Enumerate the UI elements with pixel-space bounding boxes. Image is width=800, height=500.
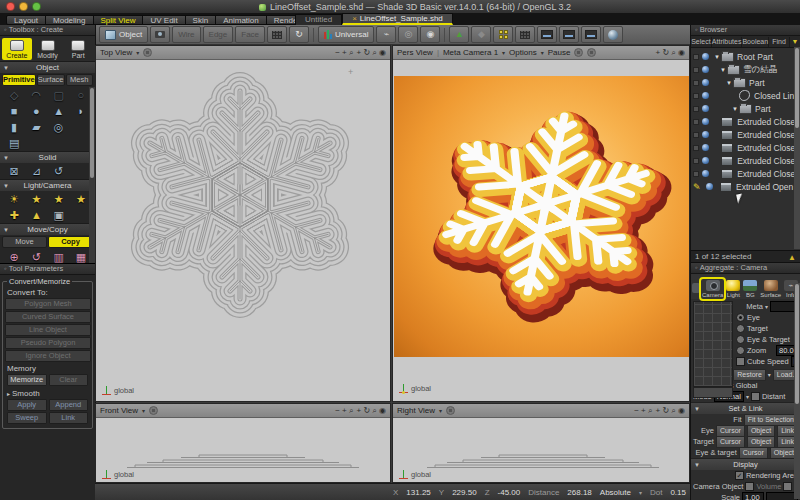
pause-button[interactable]: Pause — [548, 48, 571, 57]
single-view-button[interactable] — [537, 26, 557, 43]
camera-selector[interactable]: Meta Camera 1 — [443, 48, 498, 57]
right-view-label[interactable]: Right View — [397, 406, 435, 415]
aggregate-tab-camera[interactable]: Camera — [701, 279, 724, 299]
smooth-apply-button[interactable]: Apply — [7, 399, 47, 411]
universal-manipulator-button[interactable]: Universal — [318, 26, 374, 43]
tree-row[interactable]: ✎ Extruded Open Line — [691, 180, 800, 193]
visibility-toggle[interactable] — [693, 171, 699, 177]
render-toggle-icon[interactable] — [702, 131, 709, 138]
quad-view-button[interactable] — [581, 26, 601, 43]
eye-target-cursor-button[interactable]: Cursor — [739, 447, 768, 459]
cube-speed-checkbox[interactable] — [736, 357, 745, 366]
tab-uv-edit[interactable]: UV Edit — [143, 15, 185, 25]
cylinder-tool-icon[interactable]: ▮ — [3, 119, 25, 135]
aggregate-pin-icon[interactable] — [692, 283, 700, 293]
viewport-nav-controls[interactable]: + ↻ ⌕ ◉ — [356, 406, 386, 416]
render-toggle-icon[interactable] — [702, 79, 709, 86]
pin-tool-button[interactable]: ◎ — [398, 26, 418, 43]
subtab-surface[interactable]: Surface — [37, 74, 65, 86]
lamp-tool-button[interactable]: ◉ — [420, 26, 440, 43]
visibility-toggle[interactable] — [693, 119, 699, 125]
pers-view-label[interactable]: Pers View — [397, 48, 433, 57]
front-viewport[interactable]: Front View▾ − + ⌕ + ↻ ⌕ ◉ globa — [95, 403, 391, 483]
edge-mode-button[interactable]: Edge — [203, 26, 234, 43]
object-mode-button[interactable]: Object — [99, 26, 148, 43]
viewport-nav-controls[interactable]: + ↻ ⌕ ◉ — [655, 48, 685, 58]
tree-row[interactable]: Extruded Closed — [691, 128, 800, 141]
target-radio[interactable] — [736, 324, 745, 333]
memorize-button[interactable]: Memorize — [7, 374, 47, 386]
zoom-radio[interactable] — [736, 346, 745, 355]
smooth-append-button[interactable]: Append — [49, 399, 89, 411]
convert-line-object-button[interactable]: Line Object — [5, 324, 91, 336]
render-toggle-icon[interactable] — [702, 157, 709, 164]
aggregate-tab-light[interactable]: Light — [725, 279, 741, 299]
viewport-gear-icon[interactable] — [143, 48, 152, 57]
target-cursor-button[interactable]: Cursor — [716, 436, 745, 448]
filter-icon[interactable]: ▼ — [790, 38, 800, 45]
aggregate-header[interactable]: ◦Aggregate : Camera — [691, 263, 800, 274]
tree-row[interactable]: ▼ 雪の結晶 — [691, 63, 800, 76]
display-section-header[interactable]: ▼Display — [691, 458, 800, 470]
aggregate-scrollbar[interactable] — [794, 283, 800, 499]
cone-tool-icon[interactable]: ▲ — [48, 103, 70, 119]
rotate-tool-button[interactable]: ↻ — [289, 26, 309, 43]
rendering-area-checkbox[interactable]: ✓ — [735, 471, 744, 480]
top-viewport-canvas[interactable]: + global — [96, 59, 390, 401]
pers-gear-icon[interactable] — [574, 48, 583, 57]
smooth-sweep-button[interactable]: Sweep — [7, 412, 47, 424]
tree-row[interactable]: ▼ Root Part — [691, 50, 800, 63]
smooth-link-button[interactable]: Link — [49, 412, 89, 424]
tool-parameters-header[interactable]: ◦Tool Parameters — [0, 264, 95, 275]
tab-layout[interactable]: Layout — [6, 15, 46, 25]
doc-tab-active[interactable]: ×LineOffset_Sample.shd — [342, 13, 453, 25]
browser-tab-select[interactable]: Select — [691, 37, 712, 47]
tab-skin[interactable]: Skin — [186, 15, 217, 25]
box-tool-icon[interactable]: ■ — [3, 103, 25, 119]
render-toggle-icon[interactable] — [702, 144, 709, 151]
browser-tab-find[interactable]: Find — [769, 37, 790, 47]
top-view-label[interactable]: Top View — [100, 48, 132, 57]
minimize-window-button[interactable] — [19, 2, 28, 11]
sphere-tool-icon[interactable]: ● — [25, 103, 47, 119]
sight-checkbox[interactable] — [783, 482, 792, 491]
visibility-toggle[interactable] — [693, 80, 699, 86]
toolbox-tab-create[interactable]: Create — [2, 38, 32, 60]
disclosure-arrow[interactable]: ▼ — [726, 80, 733, 86]
subtab-primitive[interactable]: Primitive — [2, 74, 36, 86]
convert-polygon-mesh-button[interactable]: Polygon Mesh — [5, 298, 91, 310]
tree-row[interactable]: Closed Line — [691, 89, 800, 102]
tree-row[interactable]: Extruded Closed — [691, 115, 800, 128]
disclosure-arrow[interactable]: ▼ — [732, 106, 739, 112]
viewport-zoom-controls[interactable]: − + ⌕ — [335, 406, 353, 416]
camera-tool-button[interactable] — [150, 26, 170, 43]
polygon-tool-icon[interactable]: ◇ — [3, 87, 25, 103]
toolbox-header[interactable]: ◦Toolbox : Create — [0, 25, 95, 36]
render-toggle-icon[interactable] — [702, 118, 709, 125]
tab-animation[interactable]: Animation — [216, 15, 267, 25]
move-copy-section-header[interactable]: ▼Move/Copy — [0, 223, 95, 235]
set-link-section-header[interactable]: ▼Set & Link — [691, 402, 800, 414]
eye-object-button[interactable]: Object — [747, 425, 775, 437]
aggregate-tab-bg[interactable]: BG — [742, 279, 758, 299]
volume-checkbox[interactable] — [745, 482, 754, 491]
tree-row[interactable]: Extruded Closed — [691, 167, 800, 180]
doc-tab-untitled[interactable]: Untitled — [295, 14, 342, 25]
curve-tool-icon[interactable]: ◠ — [25, 87, 47, 103]
copy-tab[interactable]: Copy — [48, 236, 93, 248]
linear-light-icon[interactable]: ▲ — [25, 207, 47, 223]
camera-create-icon[interactable]: ▣ — [48, 207, 70, 223]
visibility-toggle[interactable] — [693, 67, 699, 73]
visibility-toggle[interactable] — [693, 132, 699, 138]
right-viewport-canvas[interactable]: global — [393, 417, 689, 482]
fit-to-selection-button[interactable]: Fit to Selection — [744, 414, 798, 426]
render-toggle-icon[interactable] — [702, 92, 709, 99]
render-toggle-icon[interactable] — [702, 53, 709, 60]
tree-row[interactable]: Extruded Closed — [691, 141, 800, 154]
visibility-toggle[interactable] — [693, 106, 699, 112]
visibility-toggle[interactable] — [693, 145, 699, 151]
disclosure-arrow[interactable]: ▼ — [720, 67, 727, 73]
browser-tab-attributes[interactable]: Attributes — [712, 37, 743, 47]
viewport-gear-icon[interactable] — [149, 406, 158, 415]
tree-row[interactable]: Extruded Closed — [691, 154, 800, 167]
